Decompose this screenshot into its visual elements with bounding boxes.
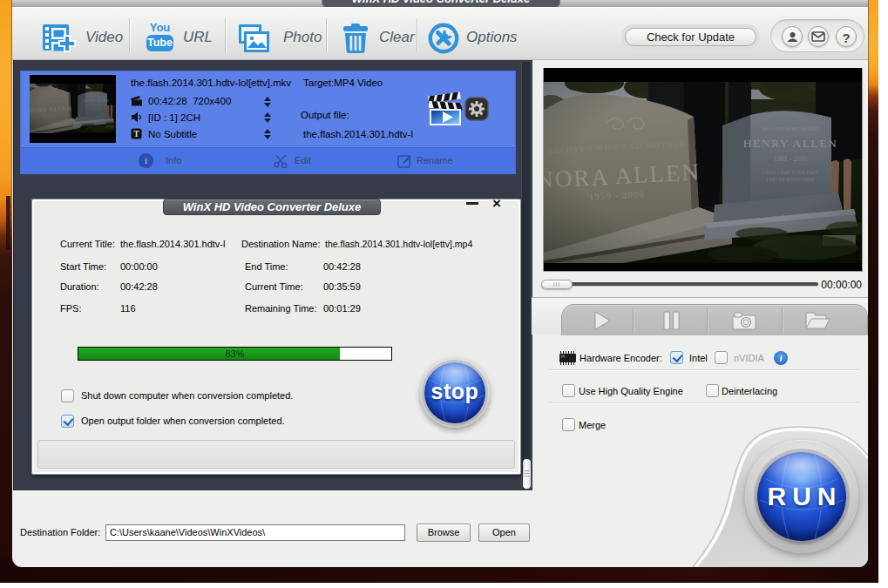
svg-text:T: T bbox=[133, 129, 139, 139]
